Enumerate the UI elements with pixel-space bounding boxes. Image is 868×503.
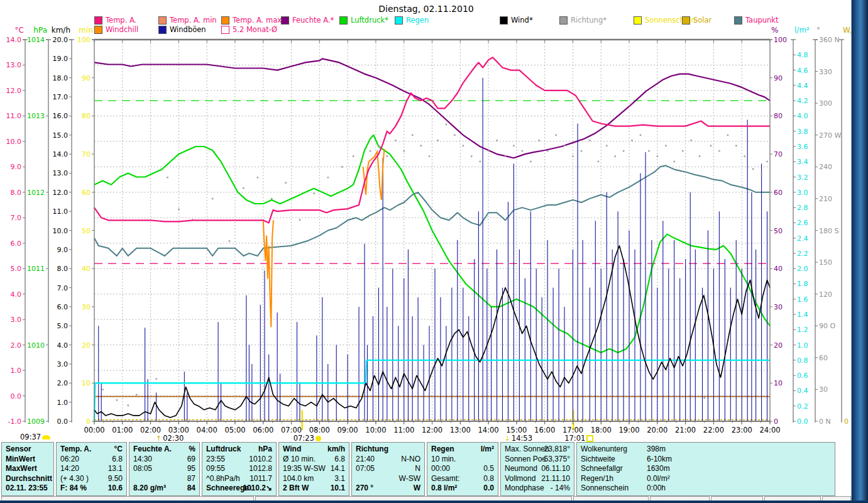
- x-axis-label: 10:00: [365, 426, 386, 434]
- axis-tick-label-pct: 50: [774, 227, 783, 235]
- series-richtung-dot: [606, 145, 608, 146]
- cell-value: 23,818°: [544, 445, 570, 454]
- axis-tick-label-degc: 11.0: [6, 112, 22, 120]
- axis-tick-label-lm2: 3.4: [797, 158, 808, 166]
- axis-tick-label-hpa: 1013: [27, 112, 45, 120]
- column-header: Wind: [283, 445, 301, 454]
- cell-value: 14.1: [331, 464, 345, 473]
- moonrise-time: 09:37: [20, 433, 50, 441]
- series-richtung-dot: [665, 145, 667, 146]
- axis-tick-label-deg: 30: [819, 385, 828, 394]
- table-header-row: Feuchte A.%: [133, 445, 195, 454]
- axis-tick-label-kmh: 11.0: [53, 207, 69, 216]
- axis-tick-label-minax: 80: [82, 112, 91, 120]
- table-row: 8.20 g/m³84: [133, 484, 195, 493]
- series-richtung-dot: [735, 145, 737, 146]
- event-sunset-label: 17:01: [564, 434, 585, 443]
- cell-value: 3.1: [334, 474, 345, 484]
- x-axis-label: 12:00: [422, 426, 442, 434]
- x-axis-label: 18:00: [591, 426, 612, 434]
- axis-tick-label-lm2: 2.4: [797, 235, 808, 243]
- table-row: 104.0 km3.1: [283, 474, 345, 484]
- table-row: 270 °W: [356, 484, 420, 493]
- series-richtung-dot: [539, 140, 541, 141]
- axis-tick-label-kmh: 7.0: [57, 284, 69, 292]
- series-richtung-dot: [128, 405, 129, 407]
- x-axis-label: 21:00: [675, 426, 696, 434]
- axis-tick-label-degc: 0.0: [11, 392, 22, 401]
- table-row: Gesamt:0.8: [431, 474, 494, 484]
- series-richtung-dot: [703, 397, 705, 399]
- table-row: W-SW: [356, 474, 420, 484]
- cell-value: 10.6: [108, 484, 123, 493]
- axis-tick-label-kmh: 17.0: [53, 93, 69, 101]
- table-header-row: Windkm/h: [283, 445, 345, 454]
- cell-value: 0.5: [483, 464, 494, 473]
- axis-tick-label-kmh: 9.0: [57, 246, 69, 254]
- cell-value: 1011.7: [250, 474, 272, 484]
- cell-label: Regen/1h: [581, 474, 613, 484]
- axis-tick-label-minax: 40: [82, 265, 91, 273]
- series-richtung-dot: [623, 150, 625, 152]
- x-axis-label: 09:00: [338, 426, 358, 434]
- table-row: Durchschnitt: [6, 474, 50, 484]
- axis-tick-label-hpa: 1011: [27, 265, 45, 273]
- x-axis-label: 15:00: [506, 426, 527, 434]
- cell-label: 10 min.: [431, 455, 456, 464]
- axis-header-hpa: hPa: [33, 26, 47, 35]
- series-richtung-dot: [313, 192, 315, 194]
- axis-tick-label-lm2: 4.8: [797, 51, 808, 59]
- axis-tick-label-lm2: 1.0: [797, 341, 808, 350]
- app-window: Dienstag, 02.11.2010 Temp. A.Temp. A. mi…: [0, 0, 868, 503]
- series-richtung-dot: [496, 140, 498, 141]
- axis-tick-label-lm2: 2.6: [797, 219, 808, 227]
- axis-tick-label-kmh: 16.0: [53, 112, 69, 120]
- table-row: Sonnen Pos-53,375°: [505, 455, 570, 464]
- row-label: MinWert: [6, 455, 35, 464]
- table-row: MinWert: [6, 455, 50, 464]
- table-row: Sonnenschein0:00h: [581, 484, 831, 493]
- axis-tick-label-pct: 80: [774, 112, 783, 120]
- series-richtung-dot: [387, 155, 388, 157]
- table-row: 02.11. 23:55: [6, 484, 50, 493]
- axis-tick-label-kmh: 3.0: [57, 360, 69, 368]
- sunset-icon: [586, 435, 593, 442]
- axis-tick-label-minax: 100: [77, 36, 91, 44]
- table-header-row: LuftdruckhPa: [206, 445, 272, 454]
- sunrise-icon: [316, 436, 321, 441]
- cell-value: - 14%: [551, 484, 570, 493]
- cell-value: 13.1: [108, 464, 123, 473]
- axis-tick-label-lm2: 4.4: [797, 82, 808, 90]
- table-col-info-2: Wolkenunterg398mSichtweite6-10kmSchneefa…: [576, 442, 835, 496]
- series-richtung-dot: [243, 187, 244, 189]
- axis-tick-label-kmh: 15.0: [53, 131, 69, 140]
- x-axis-label: 04:00: [197, 426, 217, 434]
- cell-value: N: [415, 464, 420, 473]
- cell-label: 00:00: [431, 464, 450, 473]
- series-richtung-dot: [229, 240, 231, 242]
- cell-value: 10.1: [331, 484, 345, 493]
- axis-tick-label-lm2: 1.4: [797, 311, 808, 319]
- series-richtung-dot: [718, 150, 720, 152]
- series-richtung-dot: [648, 150, 650, 152]
- axis-header-pct: %: [771, 26, 778, 35]
- cell-label: Neumond: [505, 464, 537, 473]
- cell-label: 08:05: [133, 464, 152, 473]
- cell-label: 0.8 l/m²: [431, 484, 457, 493]
- series-richtung-dot: [530, 161, 532, 162]
- axis-tick-label-degc: 2.0: [11, 341, 22, 350]
- cell-label: Sichtweite: [581, 455, 615, 464]
- axis-tick-label-wm2: 0: [844, 417, 849, 426]
- x-axis-label: 07:00: [281, 426, 302, 434]
- axis-tick-label-lm2: 1.8: [797, 280, 808, 288]
- cell-value: 1630m: [647, 464, 670, 473]
- weather-chart: °C-1.00.01.02.03.04.05.06.07.08.09.010.0…: [0, 0, 852, 444]
- cell-value: 87: [187, 474, 195, 484]
- table-col-wind: Windkm/hØ 10 min.6.819:35 W-SW14.1104.0 …: [278, 442, 349, 496]
- cell-value: 1010.2: [249, 455, 272, 464]
- cell-label: 09:55: [206, 464, 225, 473]
- table-row: 14:3069: [133, 455, 195, 464]
- axis-tick-label-deg: 150: [819, 258, 832, 267]
- series-richtung-dot: [631, 140, 633, 141]
- cell-label: Mondphase: [505, 484, 544, 493]
